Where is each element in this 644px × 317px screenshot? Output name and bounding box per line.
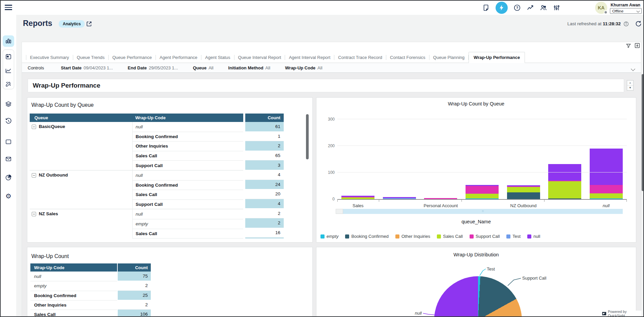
filter-queue[interactable]: QueueAll (193, 65, 214, 70)
hscroll-grip: ≡ (482, 209, 484, 213)
stacked-bar[interactable] (590, 149, 623, 199)
queue-cell: –NZ Outbound (30, 170, 133, 209)
wrapup-code-cell: Sales Call (133, 151, 243, 161)
layers-icon[interactable] (5, 100, 12, 108)
bar-segment-empty (466, 198, 499, 199)
wrapup-code-label: Support Call (136, 202, 163, 207)
controls-expand-icon[interactable] (632, 66, 635, 72)
hscroll-handle[interactable] (336, 209, 343, 214)
hscroll-track[interactable]: ≡ (343, 209, 623, 214)
status-select[interactable]: Offline (610, 8, 642, 14)
scroll-down-button[interactable]: ▼ (627, 86, 633, 91)
filter-icon[interactable] (626, 43, 631, 49)
wrapup-code-label: Sales Call (136, 231, 157, 236)
hamburger-menu-icon[interactable] (5, 5, 12, 10)
export-icon[interactable] (634, 42, 640, 49)
users-icon[interactable] (540, 4, 547, 11)
stacked-bar[interactable] (383, 197, 416, 199)
wrapup-code-cell: Other Inquiries (30, 300, 117, 310)
wrapup-by-queue-table: Queue Wrap-Up Code Count –BasicQueuenull… (30, 114, 286, 239)
sheet-scroll-spinner: ▲ ▼ (627, 80, 634, 91)
tab-executive-summary[interactable]: Executive Summary (26, 52, 73, 63)
legend-item-null[interactable]: null (527, 234, 540, 239)
tab-contact-forensics[interactable]: Contact Forensics (386, 52, 429, 63)
legend-item-empty[interactable]: empty (320, 234, 338, 239)
stacked-bar[interactable] (507, 185, 540, 199)
col-count: Count (245, 114, 284, 122)
wrapup-code-label: null (136, 173, 143, 178)
table-header: Queue Wrap-Up Code (30, 114, 243, 122)
external-link-icon[interactable] (86, 21, 92, 27)
stacked-bar[interactable] (341, 196, 374, 199)
filter-start-date[interactable]: Start Date09/04/2023 1... (61, 65, 113, 70)
count-cell: 61 (245, 122, 284, 132)
wrapup-code-label: empty (136, 221, 148, 226)
code-rows: nullemptySales CallSupport Call (133, 209, 243, 239)
legend-item-support-call[interactable]: Support Call (470, 234, 500, 239)
powered-by-quicksight: Powered by QuickSight (602, 311, 641, 317)
tab-queue-performance[interactable]: Queue Performance (109, 52, 156, 63)
tab-contract-trace-record[interactable]: Contract Trace Record (334, 52, 386, 63)
filter-wrap-up-code[interactable]: Wrap-Up CodeAll (285, 65, 323, 70)
line-chart-icon[interactable] (5, 67, 12, 74)
tab-queue-interval-report[interactable]: Queue Interval Report (234, 52, 285, 63)
mail-icon[interactable] (5, 155, 12, 163)
legend-item-booking-confirmed[interactable]: Booking Confirmed (345, 234, 389, 239)
info-icon[interactable] (623, 21, 629, 27)
legend-label: Sales Call (443, 234, 463, 239)
filter-end-date[interactable]: End Date29/05/2023 1... (128, 65, 178, 70)
count-cell: 65 (245, 151, 284, 161)
filter-value: All (265, 65, 270, 70)
tab-queue-trends[interactable]: Queue Trends (73, 52, 108, 63)
stacked-bar[interactable] (466, 185, 499, 199)
collapse-icon[interactable]: – (32, 173, 36, 178)
collapse-icon[interactable]: – (32, 125, 36, 129)
metrics-icon[interactable] (527, 4, 534, 11)
filter-initiation-method[interactable]: Initiation MethodAll (228, 65, 270, 70)
count-cell: 25 (118, 291, 151, 300)
page-scrollbar-thumb[interactable] (642, 74, 644, 191)
tab-agent-status[interactable]: Agent Status (201, 52, 234, 63)
bolt-icon[interactable] (496, 2, 508, 14)
history-icon[interactable] (5, 117, 12, 125)
chevron-down-icon (637, 9, 640, 13)
help-icon[interactable]: ? (513, 4, 521, 11)
gear-icon[interactable]: ⚙ (5, 192, 12, 200)
sheet-title-bar: Wrap-Up Performance (28, 79, 624, 92)
wrapup-code-label: null (136, 212, 143, 217)
legend-item-other-inquiries[interactable]: Other Inquiries (395, 234, 430, 239)
tab-wrap-up-performance[interactable]: Wrap-Up Performance (469, 52, 525, 63)
bar-slot (585, 119, 627, 199)
sliders-icon[interactable] (553, 4, 560, 11)
panel-title: Wrap-Up Count (31, 253, 69, 259)
stacked-bar[interactable] (424, 198, 457, 199)
chart-title: Wrap-Up Distribution (316, 252, 636, 257)
stacked-bar[interactable] (548, 164, 581, 199)
wrapup-code-cell: Booking Confirmed (133, 132, 243, 141)
bar-slot (379, 119, 420, 199)
avatar[interactable]: KA (595, 2, 607, 14)
pie-chart[interactable] (434, 276, 522, 317)
table-scrollbar[interactable] (306, 114, 309, 159)
legend-swatch (437, 234, 441, 239)
tab-queue-planning[interactable]: Queue Planning (429, 52, 468, 63)
bar-segment-booking-confirmed (548, 198, 581, 199)
pie-chart-icon[interactable] (5, 174, 12, 181)
bar-chart-icon[interactable] (5, 37, 12, 45)
x-tick-label: Personal Account (414, 203, 468, 208)
x-tick-label: NZ Outbound (497, 203, 551, 208)
calendar-icon[interactable] (5, 53, 12, 60)
window-icon[interactable] (5, 138, 12, 146)
collapse-icon[interactable]: – (32, 212, 36, 216)
notes-icon[interactable] (482, 4, 490, 11)
scroll-up-button[interactable]: ▲ (627, 81, 633, 86)
legend-item-sales-call[interactable]: Sales Call (437, 234, 463, 239)
queue-group: –BasicQueuenullBooking ConfirmedOther In… (30, 122, 243, 170)
x-axis-tick (337, 200, 338, 202)
design-pen-icon[interactable] (5, 80, 12, 88)
tab-agent-interval-report[interactable]: Agent Interval Report (285, 52, 334, 63)
legend-item-test[interactable]: Test (506, 234, 521, 239)
filter-label: Initiation Method (228, 65, 263, 70)
tab-agent-performance[interactable]: Agent Performance (156, 52, 201, 63)
refresh-icon[interactable] (635, 20, 642, 27)
